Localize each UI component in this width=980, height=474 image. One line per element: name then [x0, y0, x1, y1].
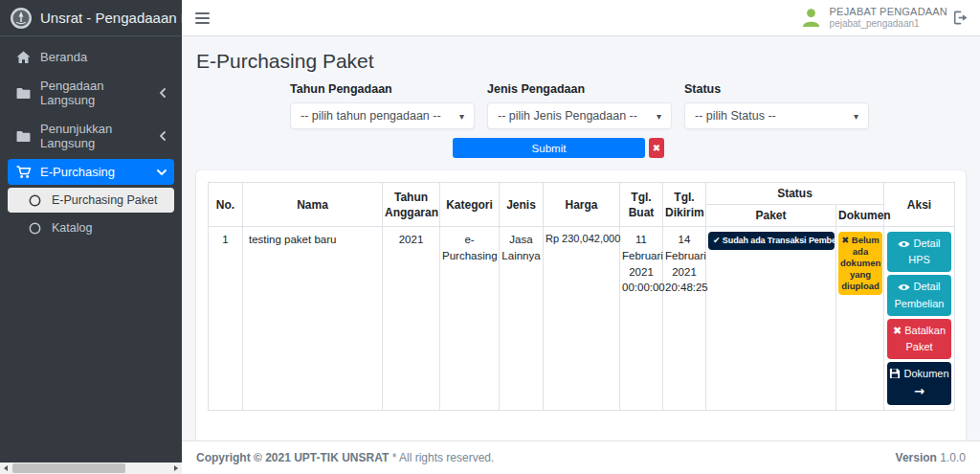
sidebar-item-katalog[interactable]: Katalog [8, 215, 174, 240]
select-caret-icon: ▾ [657, 111, 661, 122]
header-status-paket: Paket [706, 205, 836, 227]
x-icon: ✖ [893, 325, 902, 337]
tahun-pengadaan-selected-value: -- pilih tahun pengadaan -- [301, 109, 441, 123]
logout-icon[interactable] [953, 11, 969, 25]
table-header: No. Nama Tahun Anggaran Kategori Jenis H… [209, 183, 955, 227]
clear-filter-button[interactable]: ✖ [649, 138, 664, 158]
sidebar-item-e-purchasing-paket[interactable]: E-Purchasing Paket [8, 188, 174, 213]
page-footer: Copyright © 2021 UPT-TIK UNSRAT * All ri… [182, 440, 980, 474]
user-name: PEJABAT PENGADAAN [830, 6, 947, 18]
submit-row: Submit ✖ [453, 138, 966, 158]
user-names: PEJABAT PENGADAAN pejabat_pengadaan1 [830, 6, 947, 30]
user-avatar-icon [800, 7, 822, 29]
select-caret-icon: ▾ [459, 111, 464, 122]
save-icon [889, 368, 901, 379]
sidebar-item-label: E-Purchasing [40, 165, 115, 179]
cell-aksi: Detail HPS Detail Pembelian ✖ Batalkan P… [884, 227, 955, 410]
scrollbar-right-arrow[interactable] [170, 463, 182, 474]
paket-table: No. Nama Tahun Anggaran Kategori Jenis H… [208, 182, 955, 411]
header-tgl-buat: Tgl. Buat [620, 183, 663, 227]
detail-hps-button[interactable]: Detail HPS [887, 232, 951, 272]
header-aksi: Aksi [884, 183, 955, 227]
hamburger-menu-icon[interactable] [193, 9, 212, 28]
header-nama: Nama [243, 183, 383, 227]
brand-link[interactable]: Unsrat - Pengadaaan Ba [0, 0, 182, 36]
eye-icon [898, 282, 910, 292]
action-buttons: Detail HPS Detail Pembelian ✖ Batalkan P… [886, 232, 952, 404]
cart-icon [15, 166, 32, 179]
table-row: 1 testing paket baru 2021 e-Purchasing J… [209, 227, 955, 410]
dokumen-button[interactable]: Dokumen→ [887, 362, 951, 405]
page-title: E-Purchasing Paket [196, 50, 966, 73]
cell-status-paket: ✔ Sudah ada Transaksi Pembelian [706, 227, 836, 410]
eye-icon [898, 239, 910, 249]
tahun-pengadaan-select[interactable]: -- pilih tahun pengadaan -- ▾ [290, 102, 475, 129]
x-icon: ✖ [841, 235, 849, 245]
jenis-pengadaan-selected-value: -- pilih Jenis Pengadaan -- [498, 109, 637, 123]
status-dokumen-badge: ✖ Belum ada dokumen yang diupload [838, 232, 882, 294]
sidebar-item-beranda[interactable]: Beranda [8, 44, 174, 70]
select-caret-icon: ▾ [854, 111, 858, 122]
unsrat-logo-icon [10, 7, 33, 30]
version-text: Version 1.0.0 [896, 451, 966, 464]
sidebar: Unsrat - Pengadaaan Ba Beranda Pengadaan… [0, 0, 182, 474]
folder-icon [15, 130, 32, 143]
sidebar-item-penunjukkan-langsung[interactable]: Penunjukkan Langsung [8, 116, 174, 156]
cell-harga: Rp 230,042,000 [544, 227, 620, 410]
tahun-pengadaan-label: Tahun Pengadaan [290, 82, 475, 96]
cell-status-dokumen: ✖ Belum ada dokumen yang diupload [836, 227, 884, 410]
header-kategori: Kategori [440, 183, 500, 227]
scrollbar-left-arrow[interactable] [0, 463, 11, 474]
arrow-right-icon: → [889, 382, 949, 401]
header-status-dokumen: Dokumen [836, 205, 884, 227]
chevron-left-icon [159, 88, 167, 98]
cell-jenis: Jasa Lainnya [500, 227, 544, 410]
sidebar-item-label: E-Purchasing Paket [52, 193, 157, 207]
batalkan-paket-button[interactable]: ✖ Batalkan Paket [887, 319, 951, 359]
home-icon [15, 51, 32, 64]
submit-button[interactable]: Submit [453, 138, 645, 158]
cell-tahun-anggaran: 2021 [383, 227, 440, 410]
sidebar-item-label: Penunjukkan Langsung [40, 122, 159, 150]
cell-tgl-dikirim: 14 Februari 2021 20:48:25 [663, 227, 706, 410]
jenis-pengadaan-label: Jenis Pengadaan [487, 82, 672, 96]
scrollbar-track[interactable] [11, 463, 170, 474]
cell-nama: testing paket baru [243, 227, 383, 410]
app-window: Unsrat - Pengadaaan Ba Beranda Pengadaan… [0, 0, 980, 474]
sidebar-item-label: Katalog [52, 221, 92, 235]
chevron-down-icon [157, 169, 167, 176]
filter-tahun-pengadaan: Tahun Pengadaan -- pilih tahun pengadaan… [290, 82, 475, 129]
sidebar-menu: Beranda Pengadaan Langsung Penunjukkan L… [0, 36, 182, 251]
detail-pembelian-button[interactable]: Detail Pembelian [887, 275, 951, 315]
copyright-text: Copyright © 2021 UPT-TIK UNSRAT * All ri… [196, 451, 494, 464]
header-tahun-anggaran: Tahun Anggaran [383, 183, 440, 227]
sidebar-item-e-purchasing[interactable]: E-Purchasing [8, 159, 174, 185]
folder-icon [15, 87, 32, 100]
main-area: PEJABAT PENGADAAN pejabat_pengadaan1 E-P… [182, 0, 980, 474]
header-jenis: Jenis [500, 183, 544, 227]
sidebar-item-label: Beranda [40, 50, 87, 64]
status-select[interactable]: -- pilih Status -- ▾ [684, 102, 869, 129]
sidebar-item-pengadaan-langsung[interactable]: Pengadaan Langsung [8, 73, 174, 113]
header-status: Status [706, 183, 884, 205]
status-label: Status [684, 82, 869, 96]
sidebar-horizontal-scrollbar[interactable] [0, 463, 182, 474]
sidebar-item-label: Pengadaan Langsung [40, 79, 159, 107]
cell-tgl-buat: 11 Februari 2021 00:00:00 [620, 227, 663, 410]
circle-icon [27, 194, 43, 207]
user-menu[interactable]: PEJABAT PENGADAAN pejabat_pengadaan1 [800, 6, 947, 30]
content-area: E-Purchasing Paket Tahun Pengadaan -- pi… [182, 36, 980, 440]
filter-jenis-pengadaan: Jenis Pengadaan -- pilih Jenis Pengadaan… [487, 82, 672, 129]
check-icon: ✔ [713, 236, 720, 245]
header-tgl-dikirim: Tgl. Dikirim [663, 183, 706, 227]
status-paket-badge: ✔ Sudah ada Transaksi Pembelian [708, 232, 835, 250]
filter-status: Status -- pilih Status -- ▾ [684, 82, 869, 129]
header-harga: Harga [544, 183, 620, 227]
scrollbar-thumb[interactable] [12, 463, 125, 473]
cell-kategori: e-Purchasing [440, 227, 500, 410]
chevron-left-icon [159, 131, 167, 141]
table-card: No. Nama Tahun Anggaran Kategori Jenis H… [196, 170, 966, 440]
cell-no: 1 [209, 227, 243, 410]
filter-bar: Tahun Pengadaan -- pilih tahun pengadaan… [290, 82, 966, 129]
jenis-pengadaan-select[interactable]: -- pilih Jenis Pengadaan -- ▾ [487, 102, 672, 129]
